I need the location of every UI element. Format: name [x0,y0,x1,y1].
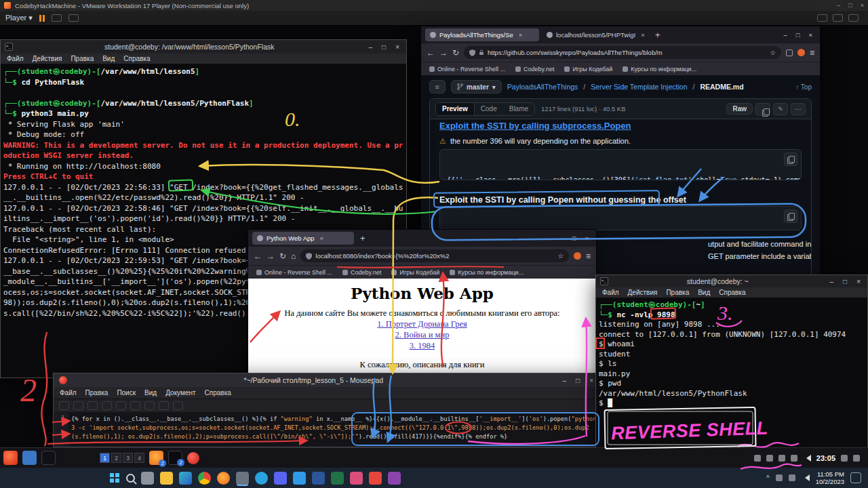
discord-icon[interactable] [274,472,287,485]
workspace-1[interactable]: 1 [100,453,110,463]
tab-close-icon[interactable]: × [320,235,324,242]
terminal2-maximize-button[interactable]: □ [840,278,850,285]
bookmark-codeby[interactable]: Codeby.net [342,269,381,276]
window-maximize-button[interactable]: □ [572,235,576,242]
book-link-1[interactable]: 1. Портрет Дориана Грея [248,319,596,329]
tab-preview[interactable]: Preview [436,103,475,115]
adblock-extension-icon[interactable] [797,49,805,56]
vmware-icon[interactable] [236,472,249,485]
vmware-maximize-button[interactable]: □ [848,2,852,9]
vm-clock[interactable]: 23:05 [816,454,835,462]
book-link-3[interactable]: 3. 1984 [248,341,596,351]
menu-help[interactable]: Справка [719,289,745,296]
workspace-3[interactable]: 3 [123,453,133,463]
network-tray-icon[interactable] [754,455,761,462]
bookmark-games[interactable]: Игры Кодебай [564,66,612,73]
bookmark-reverse-shell[interactable]: Online - Reverse Shell ... [429,66,505,73]
photos-icon[interactable] [350,472,363,485]
menu-search[interactable]: Поиск [117,389,136,396]
menu-help[interactable]: Справка [123,55,150,62]
bookmark-games[interactable]: Игры Кодебай [391,269,439,276]
terminal1-titlebar[interactable]: student@codeby: /var/www/html/lesson5/Py… [1,40,406,54]
menu-file[interactable]: Файл [7,55,24,62]
word-icon[interactable] [312,472,325,485]
taskview-icon[interactable] [141,472,154,485]
tab-python-web-app[interactable]: Python Web App × [252,232,354,245]
unity-icon[interactable] [833,14,843,22]
tab-localhost-phptwig[interactable]: localhost/lesson5/PHPTwigI × [542,28,649,41]
terminal-task-icon[interactable]: 2 [168,451,182,465]
suspend-vm-icon[interactable] [39,15,45,22]
tab-close-icon[interactable]: × [641,31,645,39]
settings-icon[interactable] [388,472,401,485]
console-icon[interactable] [848,14,859,22]
tab-code[interactable]: Code [475,103,503,115]
back-icon[interactable]: ← [254,251,262,261]
notification-center-icon[interactable] [850,472,861,483]
vscode-icon[interactable] [293,472,306,485]
onedrive-tray-icon[interactable] [776,474,783,481]
copy-icon[interactable] [144,401,155,410]
vmware-minimize-button[interactable]: – [837,2,840,9]
telegram-icon[interactable] [255,472,268,485]
adblock-extension-icon[interactable] [574,252,581,260]
raw-button[interactable]: Raw [726,103,753,115]
fullscreen-icon[interactable] [817,14,827,22]
terminal2-minimize-button[interactable]: – [827,278,837,285]
tab-payloadsallthethings[interactable]: PayloadsAllTheThings/Se × [425,28,539,41]
mail-icon[interactable] [369,472,382,485]
branch-selector[interactable]: master ▾ [451,80,502,94]
window-close-button[interactable]: × [808,31,812,39]
window-minimize-button[interactable]: – [783,31,787,39]
breadcrumb-repo[interactable]: PayloadsAllTheThings [507,83,578,91]
network-tray-icon[interactable] [789,474,795,481]
vmware-close-button[interactable]: × [861,2,864,9]
find-icon[interactable] [173,401,183,410]
readme-heading-subprocess-popen[interactable]: Exploit the SSTI by calling subprocess.P… [439,121,631,131]
new-tab-button[interactable]: + [357,233,369,243]
window-minimize-button[interactable]: – [559,235,563,242]
breadcrumb-folder[interactable]: Server Side Template Injection [591,83,687,91]
menu-hamburger-icon[interactable]: ≡ [810,48,814,58]
power-tray-icon[interactable] [841,455,848,462]
forward-icon[interactable]: → [439,48,448,58]
cut-icon[interactable] [130,401,140,410]
search-icon[interactable] [126,474,135,483]
vmware-titlebar[interactable]: CodebyHackMachine - VMware Workstation 1… [0,0,868,11]
paste-icon[interactable] [159,401,169,410]
terminal1-minimize-button[interactable]: – [366,43,376,51]
copy-raw-icon[interactable] [755,103,770,115]
player-menu[interactable]: Player ▾ [5,14,33,22]
mousepad-titlebar[interactable]: *~/Рабочий стол/tmp_lesson_5 - Mousepad … [54,373,601,387]
mousepad-maximize-button[interactable]: □ [573,377,583,384]
menu-view[interactable]: Вид [698,289,710,296]
menu-view[interactable]: Вид [102,55,115,62]
start-button[interactable] [110,473,120,483]
new-tab-button[interactable]: + [652,30,664,40]
menu-edit[interactable]: Правка [85,389,108,396]
file-explorer-icon[interactable] [160,472,173,485]
workspace-4[interactable]: 4 [134,453,144,463]
chrome-icon[interactable] [198,472,211,485]
menu-actions[interactable]: Действия [33,55,62,62]
payload-text[interactable]: {% for x in ().__class__.__base__.__subc… [68,413,601,447]
devices-icon[interactable] [68,14,79,22]
terminal1-maximize-button[interactable]: □ [379,43,389,51]
volume-icon[interactable] [802,474,810,481]
bookmark-codeby[interactable]: Codeby.net [515,66,554,73]
update-tray-icon[interactable] [791,455,797,462]
copy-code-icon[interactable] [784,209,797,223]
volume-icon[interactable] [803,455,811,462]
bookmark-courses[interactable]: Курсы по информаци... [623,66,696,73]
url-bar[interactable]: https://github.com/swisskyrepo/PayloadsA… [464,46,781,59]
top-link[interactable]: ↑ Top [795,83,812,91]
bookmark-star-icon[interactable]: ☆ [557,252,564,260]
file-manager-icon[interactable] [22,451,37,465]
save-file-icon[interactable] [87,401,98,410]
readme-heading-popen-offset[interactable]: Exploit the SSTI by calling Popen withou… [439,195,686,205]
mousepad-editor[interactable]: 1 {% for x in ().__class__.__base__.__su… [54,413,601,447]
menu-hamburger-icon[interactable]: ≡ [586,251,591,261]
reload-icon[interactable]: ↻ [452,48,459,58]
forward-icon[interactable]: → [267,251,275,261]
window-maximize-button[interactable]: □ [796,31,800,39]
